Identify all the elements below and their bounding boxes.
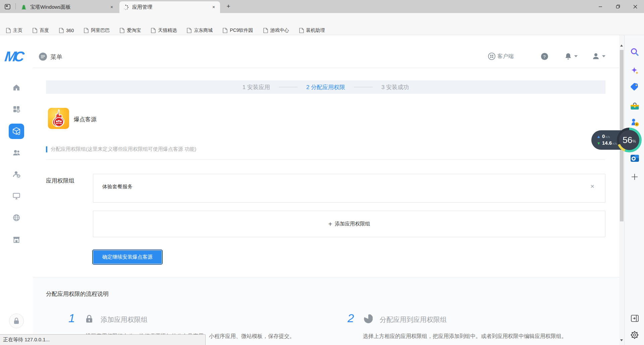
permission-hint-row: 分配应用权限组(这里来定义哪些应用权限组可使用爆点客源 功能) — [46, 146, 196, 152]
notifications-button[interactable] — [565, 53, 578, 60]
step-connector — [279, 87, 298, 87]
chevron-down-icon — [574, 55, 578, 57]
bookmark-item[interactable]: 360 — [59, 28, 74, 33]
speed-monitor-widget[interactable]: ▲ 0 K/s ▼ 14.6 K/s 56 % — [591, 128, 644, 152]
lock-icon — [85, 314, 94, 324]
scroll-down-icon[interactable] — [620, 339, 623, 341]
sidebar-settings-gear-icon[interactable] — [630, 330, 639, 340]
bookmark-item[interactable]: 主页 — [6, 27, 22, 33]
client-button[interactable]: 客户端 — [488, 53, 514, 60]
home-icon[interactable] — [12, 83, 20, 91]
browser-window: { "browser": { "tabs": [ { "title": "宝塔W… — [0, 0, 644, 345]
page-header: 菜单 客户端 ? — [33, 35, 619, 68]
minimize-button[interactable] — [592, 0, 609, 13]
scroll-up-icon[interactable] — [620, 45, 623, 47]
page-scrollbar[interactable] — [619, 35, 624, 345]
upload-arrow-icon: ▲ — [597, 134, 601, 139]
globe-icon[interactable] — [12, 214, 20, 222]
bookmark-label: 阿里巴巴 — [91, 27, 110, 33]
guide-step-number: 1 — [68, 312, 75, 325]
tab-title: 宝塔Windows面板 — [30, 4, 109, 10]
bookmark-item[interactable]: 爱淘宝 — [120, 27, 141, 33]
bookmark-item[interactable]: 百度 — [33, 27, 49, 33]
menu-list-icon[interactable] — [39, 52, 47, 61]
bell-icon — [565, 53, 572, 60]
tools-icon[interactable] — [630, 101, 639, 111]
bookmark-label: 天猫精选 — [158, 27, 177, 33]
user-icon — [592, 53, 599, 60]
confirm-install-button[interactable]: 确定继续安装爆点客源 — [93, 250, 162, 264]
tab-baota[interactable]: 宝塔Windows面板 × — [17, 1, 118, 13]
guide-step-desc: 选择上方相应的应用权限组，把应用添加到组中。或者到应用权限中编辑应用权限组。 — [363, 333, 567, 340]
apps-manage-icon[interactable] — [12, 105, 20, 113]
accent-bar — [46, 146, 47, 152]
menu-label[interactable]: 菜单 — [50, 53, 62, 61]
we7-logo[interactable]: MC — [4, 49, 22, 65]
upload-speed: 0 — [602, 133, 605, 139]
tab-title: 应用管理 — [132, 4, 211, 10]
open-sidebar-panel-icon[interactable] — [630, 314, 639, 323]
sidebar-item-module-active[interactable] — [9, 124, 24, 139]
browser-toolbar: 127.0.0.1/web/index.php?c=module&a=manag… — [0, 13, 644, 26]
chevron-down-icon — [602, 55, 605, 57]
account-button[interactable] — [592, 53, 605, 60]
tab-app-manage[interactable]: 应用管理 × — [119, 1, 220, 13]
page-icon — [187, 28, 192, 33]
step-assign-permission: 2 分配应用权限 — [306, 83, 345, 91]
tab-close-icon[interactable]: × — [109, 4, 115, 10]
bookmark-label: 京东商城 — [194, 27, 213, 33]
bookmark-item[interactable]: PC9软件园 — [223, 27, 253, 33]
bookmarks-bar: 主页 百度 360 阿里巴巴 爱淘宝 天猫精选 京东商城 PC9软件园 游戏中心… — [0, 26, 644, 35]
close-window-button[interactable] — [627, 0, 644, 13]
help-button[interactable]: ? — [541, 53, 548, 60]
games-icon[interactable] — [630, 118, 639, 127]
page-icon — [263, 28, 268, 33]
users-icon[interactable] — [12, 149, 20, 157]
bookmark-item[interactable]: 天猫精选 — [151, 27, 177, 33]
lock-button[interactable] — [9, 314, 24, 328]
app-sidebar: MC — [0, 35, 33, 345]
loading-spinner-icon — [123, 4, 129, 10]
outlook-icon[interactable] — [630, 153, 639, 163]
bookmark-item[interactable]: 装机助理 — [299, 27, 325, 33]
search-icon[interactable] — [630, 47, 639, 57]
edge-sidebar — [624, 35, 644, 345]
remove-group-icon[interactable]: × — [590, 183, 594, 190]
add-permission-group-button[interactable]: + 添加应用权限组 — [93, 211, 605, 237]
step-success: 3 安装成功 — [381, 83, 409, 91]
monitor-icon[interactable] — [12, 192, 20, 200]
status-tooltip: 正在等待 127.0.0.1... — [0, 334, 206, 345]
download-speed: 14.6 — [602, 140, 612, 146]
bookmark-label: 装机助理 — [306, 27, 325, 33]
copilot-icon[interactable] — [630, 66, 639, 76]
bookmark-item[interactable]: 京东商城 — [187, 27, 213, 33]
new-tab-button[interactable]: + — [224, 3, 233, 10]
bookmark-label: 游戏中心 — [270, 27, 289, 33]
permission-hint-text: 分配应用权限组(这里来定义哪些应用权限组可使用爆点客源 功能) — [51, 146, 196, 152]
store-icon[interactable] — [12, 235, 20, 244]
user-settings-icon[interactable] — [12, 170, 20, 178]
window-controls — [592, 0, 644, 13]
divider — [46, 159, 605, 160]
download-arrow-icon: ▼ — [597, 141, 601, 146]
bookmark-item[interactable]: 阿里巴巴 — [84, 27, 110, 33]
main-content: 菜单 客户端 ? — [33, 35, 619, 345]
add-sidebar-item-icon[interactable] — [630, 172, 639, 182]
tab-close-icon[interactable]: × — [211, 4, 217, 10]
bookmark-item[interactable]: 游戏中心 — [263, 27, 289, 33]
tab-actions-icon[interactable] — [3, 3, 12, 11]
baota-favicon-icon — [21, 4, 27, 10]
client-label: 客户端 — [497, 53, 514, 60]
shopping-tag-icon[interactable] — [630, 82, 639, 92]
bookmark-label: 爱淘宝 — [127, 27, 141, 33]
add-group-label: 添加应用权限组 — [335, 221, 370, 227]
step-connector — [354, 87, 373, 87]
install-steps-bar: 1 安装应用 2 分配应用权限 3 安装成功 — [46, 80, 605, 94]
client-grid-icon — [488, 53, 495, 60]
restore-button[interactable] — [609, 0, 627, 13]
pie-chart-icon — [364, 314, 373, 324]
page-icon — [6, 28, 11, 33]
page-icon — [299, 28, 304, 33]
usage-ring[interactable]: 56 % — [617, 128, 642, 152]
page-icon — [84, 28, 89, 33]
